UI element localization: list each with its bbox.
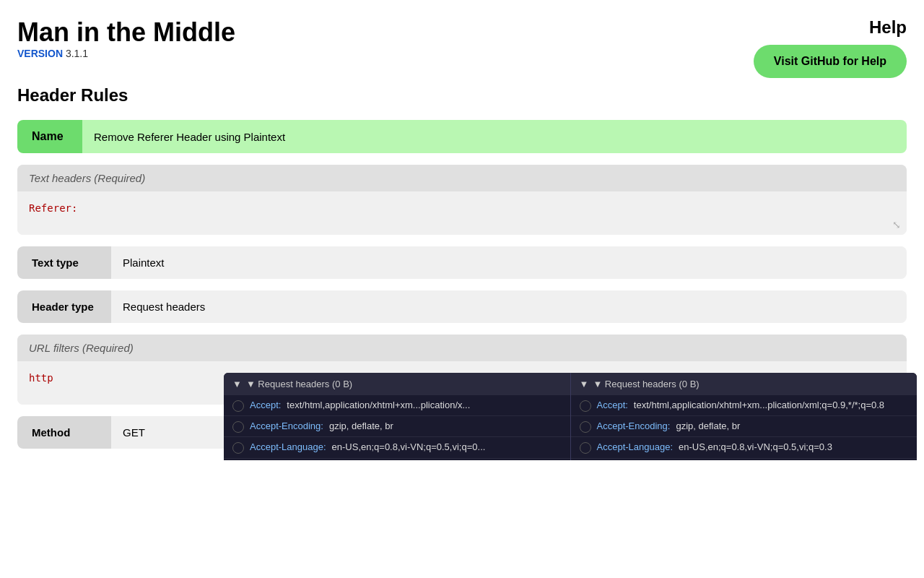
dropdown-col-left-header: ▼ ▼ Request headers (0 B)	[224, 373, 570, 395]
dropdown-col-right: ▼ ▼ Request headers (0 B) Accept: text/h…	[571, 373, 918, 460]
item-circle-icon	[232, 442, 244, 454]
url-filters-value: http	[29, 372, 53, 384]
url-filters-header: URL filters (Required)	[17, 335, 907, 361]
rule-name-label: Name	[17, 120, 82, 153]
version-value: 3.1.1	[66, 48, 88, 59]
dropdown-col-right-header: ▼ ▼ Request headers (0 B)	[571, 373, 918, 395]
list-item: Connection: keep-alive	[224, 459, 570, 460]
item-circle-icon	[580, 421, 591, 433]
text-type-row: Text type Plaintext	[17, 246, 907, 279]
header-type-value[interactable]: Request headers	[111, 290, 217, 323]
dropdown-arrow-right-icon: ▼	[580, 379, 589, 389]
header-type-label: Header type	[17, 290, 111, 323]
app-title: Man in the Middle	[17, 17, 235, 48]
text-headers-header: Text headers (Required)	[17, 165, 907, 191]
method-value[interactable]: GET	[111, 416, 157, 449]
list-item: Connection: keep-alive	[571, 459, 918, 460]
list-item: Accept-Encoding: gzip, deflate, br	[224, 416, 570, 437]
item-circle-icon	[580, 400, 591, 412]
item-circle-icon	[232, 421, 244, 433]
help-title: Help	[754, 17, 907, 38]
list-item: Accept: text/html,application/xhtml+xm..…	[571, 395, 918, 416]
dropdown-col-right-title: ▼ Request headers (0 B)	[593, 379, 699, 389]
section-title: Header Rules	[17, 85, 907, 105]
rule-name-value[interactable]: Remove Referer Header using Plaintext	[82, 120, 907, 153]
item-circle-icon	[580, 442, 591, 454]
dropdown-items-right: Accept: text/html,application/xhtml+xm..…	[571, 395, 918, 460]
request-headers-dropdown: ▼ ▼ Request headers (0 B) Accept: text/h…	[224, 373, 917, 460]
text-headers-value: Referer:	[29, 202, 77, 214]
visit-github-button[interactable]: Visit GitHub for Help	[754, 45, 907, 78]
text-headers-card: Text headers (Required) Referer: ⤡	[17, 165, 907, 235]
version-label: VERSION	[17, 48, 63, 59]
version-row: VERSION 3.1.1	[17, 48, 235, 59]
method-label: Method	[17, 416, 111, 449]
header-type-row: Header type Request headers	[17, 290, 907, 323]
text-type-value[interactable]: Plaintext	[111, 246, 176, 279]
dropdown-col-left: ▼ ▼ Request headers (0 B) Accept: text/h…	[224, 373, 570, 460]
dropdown-arrow-left-icon: ▼	[232, 379, 242, 389]
dropdown-col-left-title: ▼ Request headers (0 B)	[246, 379, 352, 389]
rule-name-row: Name Remove Referer Header using Plainte…	[17, 120, 907, 153]
dropdown-items-left: Accept: text/html,application/xhtml+xm..…	[224, 395, 570, 460]
list-item: Accept-Language: en-US,en;q=0.8,vi-VN;q=…	[571, 437, 918, 458]
list-item: Accept: text/html,application/xhtml+xm..…	[224, 395, 570, 416]
item-circle-icon	[232, 400, 244, 412]
text-headers-body[interactable]: Referer: ⤡	[17, 191, 907, 235]
list-item: Accept-Encoding: gzip, deflate, br	[571, 416, 918, 437]
list-item: Accept-Language: en-US,en;q=0.8,vi-VN;q=…	[224, 437, 570, 458]
text-type-label: Text type	[17, 246, 111, 279]
resize-handle-icon: ⤡	[892, 219, 901, 230]
